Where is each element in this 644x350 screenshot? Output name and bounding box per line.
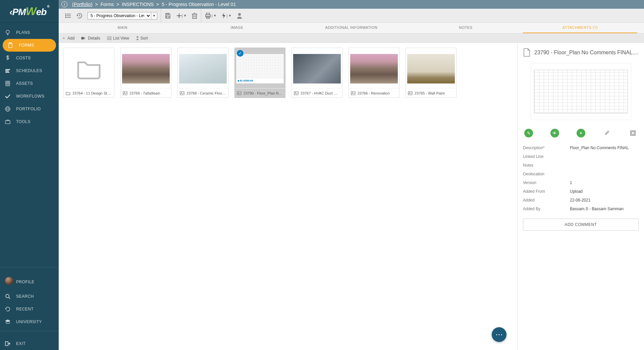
- svg-rect-64: [632, 132, 634, 134]
- svg-point-0: [6, 30, 9, 34]
- selected-check-icon: ✓: [237, 50, 244, 57]
- sidebar-item-label: EXIT: [16, 341, 26, 346]
- attachment-card[interactable]: 23769 - 7a8a9ead-: [120, 48, 171, 98]
- svg-line-19: [9, 297, 10, 299]
- sidebar-item-assets[interactable]: ASSETS: [0, 77, 59, 90]
- brush-icon[interactable]: [602, 129, 611, 137]
- sidebar-item-label: SCHEDULES: [16, 68, 42, 73]
- svg-rect-30: [166, 16, 169, 18]
- breadcrumb: i (Portfolio) > Forms > INSPECTIONS > 5 …: [59, 0, 644, 9]
- crop-icon[interactable]: [629, 129, 637, 137]
- detail-field: Description*Floor_Plan No Comments FINAL: [523, 143, 639, 152]
- sidebar-item-label: PORTFOLIO: [16, 107, 41, 111]
- bolt-icon[interactable]: |▼: [221, 12, 232, 19]
- pdf-icon: [523, 48, 530, 57]
- thumbnail: [406, 48, 456, 88]
- sidebar-item-costs[interactable]: COSTS: [0, 52, 59, 64]
- image-icon: [294, 91, 299, 95]
- field-label: Geolocation: [523, 172, 570, 176]
- svg-rect-29: [167, 13, 169, 15]
- sidebar-item-portfolio[interactable]: PORTFOLIO: [0, 103, 59, 115]
- svg-rect-33: [193, 14, 197, 18]
- svg-rect-6: [5, 69, 10, 70]
- attachments-gallery: 23764 - 11 Design Stage23769 - 7a8a9ead-…: [59, 43, 517, 350]
- svg-point-51: [124, 92, 125, 93]
- svg-point-28: [65, 17, 66, 18]
- attachment-card[interactable]: 23766 - Renovation: [348, 48, 399, 98]
- sidebar-item-search[interactable]: SEARCH: [0, 290, 59, 303]
- fab-more-button[interactable]: ⋯: [492, 327, 506, 342]
- breadcrumb-root[interactable]: (Portfolio): [72, 2, 93, 7]
- view-icon[interactable]: 👁: [550, 129, 559, 137]
- svg-point-44: [81, 37, 84, 40]
- sidebar-item-label: SEARCH: [16, 294, 34, 299]
- sidebar-item-workflows[interactable]: WORKFLOWS: [0, 90, 59, 103]
- attachment-card[interactable]: ✓◆ BLUEBEAM23790 - Floor_Plan No Com...: [234, 48, 285, 98]
- svg-marker-41: [222, 13, 225, 19]
- image-icon: [180, 91, 184, 95]
- sidebar-item-tools[interactable]: TOOLS: [0, 115, 59, 128]
- tabs: MAINIMAGEADDITIONAL INFORMATIONNOTESATTA…: [59, 23, 644, 34]
- add-button[interactable]: ＋Add: [61, 35, 74, 41]
- thumbnail: [64, 48, 114, 88]
- save-icon[interactable]: [164, 12, 171, 19]
- sidebar-item-recent[interactable]: RECENT: [0, 303, 59, 315]
- listview-button[interactable]: List View: [107, 36, 129, 41]
- sort-button[interactable]: Sort: [136, 36, 148, 41]
- sidebar-item-profile[interactable]: PROFILE: [0, 274, 59, 290]
- print-icon[interactable]: |▼: [205, 12, 217, 19]
- check-icon: [5, 93, 13, 99]
- grid-icon: [5, 80, 13, 86]
- globe-icon: [5, 106, 13, 112]
- lightbulb-icon: [5, 30, 13, 36]
- info-icon[interactable]: i: [61, 1, 67, 7]
- details-button[interactable]: Details: [81, 36, 100, 41]
- record-select[interactable]: 5 - Progress Observation - Level 01 ▼: [88, 12, 157, 19]
- field-value: 1: [570, 180, 572, 185]
- field-value: 22-06-2021: [570, 198, 590, 202]
- attachment-card[interactable]: 23765 - Wall Paint: [406, 48, 457, 98]
- sidebar-item-plans[interactable]: PLANS: [0, 26, 59, 39]
- tab-main[interactable]: MAIN: [65, 23, 180, 33]
- sidebar-item-label: ASSETS: [16, 81, 33, 86]
- folder-icon: [66, 91, 70, 95]
- svg-rect-9: [6, 81, 10, 86]
- tab-notes[interactable]: NOTES: [409, 23, 523, 33]
- breadcrumb-inspections[interactable]: INSPECTIONS: [122, 2, 154, 7]
- attachment-card[interactable]: 23768 - Ceramic Floor Tiling: [177, 48, 228, 98]
- detail-field: Linked Line: [523, 152, 639, 161]
- svg-point-61: [409, 92, 410, 93]
- person-icon[interactable]: [236, 12, 243, 19]
- card-label: 23766 - Renovation: [358, 91, 390, 95]
- image-icon: [237, 91, 241, 95]
- svg-rect-7: [5, 70, 9, 71]
- card-footer: 23790 - Floor_Plan No Com...: [235, 88, 285, 98]
- edit-icon[interactable]: ✎: [524, 129, 533, 137]
- detail-field: Added ByBassam.S - Bassam Samman: [523, 205, 639, 213]
- thumbnail: [292, 48, 342, 88]
- breadcrumb-forms[interactable]: Forms: [101, 2, 114, 7]
- card-label: 23768 - Ceramic Floor Tiling: [186, 91, 226, 95]
- svg-rect-3: [9, 43, 12, 48]
- tab-additional-information[interactable]: ADDITIONAL INFORMATION: [294, 23, 409, 33]
- add-icon[interactable]: |▼: [176, 12, 187, 19]
- attachment-card[interactable]: 23764 - 11 Design Stage: [63, 48, 114, 98]
- download-icon[interactable]: [577, 129, 585, 137]
- history-icon[interactable]: [76, 12, 83, 19]
- thumbnail: [121, 48, 171, 88]
- list-icon[interactable]: [65, 12, 71, 19]
- detail-preview[interactable]: [531, 63, 631, 120]
- add-comment-button[interactable]: ADD COMMENT: [523, 219, 639, 231]
- svg-point-18: [6, 294, 9, 298]
- delete-icon[interactable]: [192, 12, 198, 19]
- svg-point-27: [65, 15, 66, 16]
- sidebar-item-university[interactable]: UNIVERSITY: [0, 315, 59, 328]
- attachment-card[interactable]: 23767 - HVAC Duct Work: [291, 48, 342, 98]
- sidebar-item-label: FORMS: [19, 43, 34, 48]
- sidebar-item-forms[interactable]: FORMS: [3, 39, 56, 52]
- card-footer: 23768 - Ceramic Floor Tiling: [178, 88, 228, 98]
- sidebar-item-schedules[interactable]: SCHEDULES: [0, 64, 59, 77]
- sidebar-item-exit[interactable]: EXIT: [0, 337, 59, 350]
- tab-attachments-7-[interactable]: ATTACHMENTS (7): [523, 23, 637, 33]
- tab-image[interactable]: IMAGE: [180, 23, 294, 33]
